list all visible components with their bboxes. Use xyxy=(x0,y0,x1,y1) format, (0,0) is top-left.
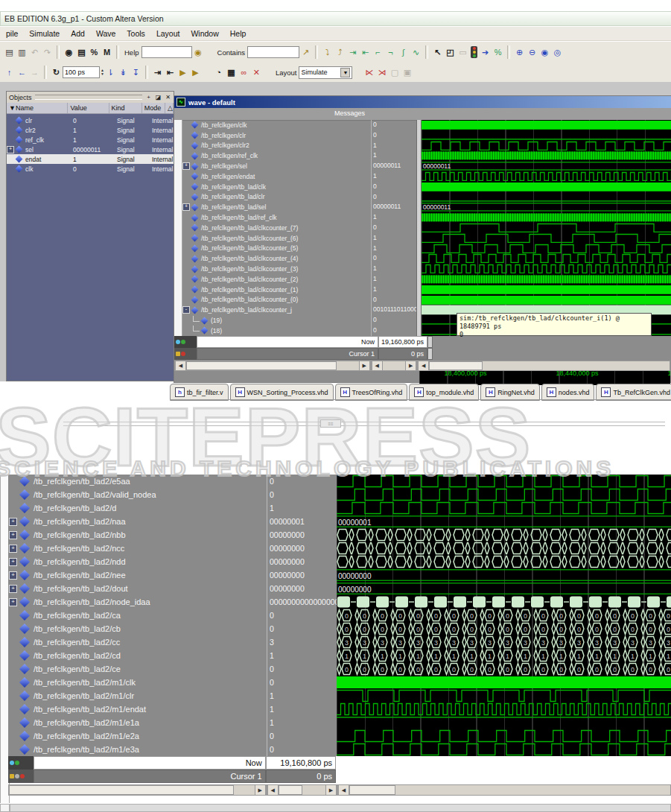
wave-names-vscrollbar[interactable] xyxy=(174,120,182,336)
bottom-cursor-label[interactable]: Cursor 1 xyxy=(34,770,266,783)
undock-icon[interactable]: ◪ xyxy=(155,94,162,101)
tab-ringnet-vhd[interactable]: HRingNet.vhd xyxy=(480,384,540,401)
filter-wand-icon[interactable]: ↗ xyxy=(300,46,311,58)
values-hscrollbar[interactable]: ◀▶ xyxy=(371,361,417,371)
menu-item-layout[interactable]: Layout xyxy=(156,29,180,38)
edge-delete-icon[interactable]: ⇤ xyxy=(360,46,371,58)
redo-icon[interactable]: ↷ xyxy=(42,46,53,58)
wave-signal-row[interactable]: /tb_refclkgen/tb_lad/clkcounter_(2) xyxy=(182,274,371,285)
bottom-waveform-hscrollbar[interactable]: ◀ xyxy=(337,784,671,796)
wave-signal-row[interactable]: +/tb_refclkgen/tb_lad2/dout xyxy=(8,582,267,595)
dock-icon[interactable]: + xyxy=(145,94,152,101)
wave-signal-row[interactable]: /tb_refclkgen/clr xyxy=(182,130,371,141)
find-next-up-icon[interactable]: ↑ xyxy=(4,66,15,78)
undo-icon[interactable]: ↶ xyxy=(29,46,40,58)
tab-wsn-sorting-process-vhd[interactable]: HWSN_Sorting_Process.vhd xyxy=(230,384,334,401)
tab-top-module-vhd[interactable]: Htop_module.vhd xyxy=(409,384,479,401)
profile-icon[interactable]: ∞ xyxy=(238,66,249,78)
zoom-mode-icon[interactable]: ▭ xyxy=(457,46,468,58)
wave-signal-row[interactable]: +/tb_refclkgen/tb_lad2/ndd xyxy=(8,555,267,568)
wave-signal-row[interactable]: /tb_refclkgen/tb_lad/clr xyxy=(182,192,371,203)
bottom-cursor-icons[interactable] xyxy=(8,770,34,783)
wave-signal-row[interactable]: /tb_refclkgen/tb_lad/clkcounter_(4) xyxy=(182,253,371,264)
contains-input[interactable] xyxy=(247,46,299,58)
objects-row[interactable]: ref_clk1SignalInternal xyxy=(7,135,174,145)
bottom-values-hscrollbar[interactable]: ◀▶ xyxy=(267,784,337,796)
objects-column-value[interactable]: Value xyxy=(68,103,109,113)
help-input[interactable] xyxy=(141,46,192,58)
bottom-toolbox-icons[interactable] xyxy=(8,756,34,770)
wave-cut-icon[interactable]: ⤵ xyxy=(322,46,333,58)
column-splitter[interactable] xyxy=(416,120,422,336)
wave-fall-icon[interactable]: ∿ xyxy=(410,46,422,58)
expand-icon[interactable]: + xyxy=(9,571,17,580)
wave-toolbox-icons[interactable] xyxy=(174,336,197,348)
step-icon[interactable]: ⇥ xyxy=(152,66,163,78)
objects-column-headers[interactable]: ▼NameValueKindMode△ xyxy=(7,103,174,114)
bottom-names-hscrollbar[interactable]: ▶ xyxy=(8,784,267,796)
wave-signal-row[interactable]: /tb_refclkgen/tb_lad2/cc xyxy=(8,635,267,649)
splitter-handle[interactable]: ≡≡ xyxy=(320,419,341,428)
wave-signal-row[interactable]: (19) xyxy=(182,315,371,326)
tab-tb-refclkgen-vhd[interactable]: HTb_RefClkGen.vhd xyxy=(596,384,671,401)
close-icon[interactable]: ✕ xyxy=(165,94,171,101)
zoom-range-icon[interactable]: ◎ xyxy=(552,46,563,58)
wave-signal-row[interactable]: /tb_refclkgen/tb_lad/clkcounter_(5) xyxy=(182,244,371,254)
run-next-icon[interactable]: ▶ xyxy=(177,66,188,78)
wave-signal-row[interactable]: /tb_refclkgen/clk xyxy=(182,120,371,130)
objects-row[interactable]: clr0SignalInternal xyxy=(7,115,174,125)
break-percent-icon[interactable]: % xyxy=(492,46,503,58)
wave-window-titlebar[interactable]: ∿ wave - default xyxy=(174,96,671,108)
step-over-icon[interactable]: ⇤ xyxy=(165,66,176,78)
restart-icon[interactable]: ↻ xyxy=(51,66,62,78)
modelsim-icon[interactable]: M xyxy=(101,46,112,58)
menu-item-help[interactable]: Help xyxy=(230,29,247,38)
run-length-spinner[interactable]: ▲▼ xyxy=(101,69,104,76)
wave-signal-row[interactable]: /tb_refclkgen/tb_lad2/d xyxy=(8,501,267,515)
wave-signal-row[interactable]: /tb_refclkgen/endat xyxy=(182,171,371,182)
outer-hscrollbar[interactable] xyxy=(10,804,671,812)
wave-signal-row[interactable]: /tb_refclkgen/tb_lad/clk xyxy=(182,182,371,192)
cursor-label[interactable]: Cursor 1 xyxy=(197,348,378,360)
window-titlebar[interactable]: EB EDITION 6.3g_p1 - Custom Altera Versi… xyxy=(0,11,671,26)
wave-signal-row[interactable]: /tb_refclkgen/tb_lad2/ca xyxy=(8,609,267,622)
select-mode-icon[interactable]: ◰ xyxy=(445,46,456,58)
run-all-icon[interactable]: ↡ xyxy=(118,66,129,78)
expand-icon[interactable]: + xyxy=(7,146,14,153)
compile-icon[interactable]: % xyxy=(89,46,100,58)
tab-tb-fir-filter-v[interactable]: htb_fir_filter.v xyxy=(170,384,229,401)
objects-row[interactable]: endat1SignalInternal xyxy=(7,154,174,164)
menu-item-pile[interactable]: pile xyxy=(6,29,18,38)
continue-run-icon[interactable]: ↧ xyxy=(130,66,141,78)
zoom-full-icon[interactable]: ◉ xyxy=(539,46,550,58)
cut-left-icon[interactable]: ⋉ xyxy=(363,66,375,78)
sim-time-clock-icon[interactable]: ◔ xyxy=(213,66,224,78)
expand-icon[interactable]: + xyxy=(9,598,17,606)
wave-signal-row[interactable]: +/tb_refclkgen/tb_lad2/nbb xyxy=(8,528,267,542)
back-icon[interactable]: ← xyxy=(16,66,28,78)
new-doc-icon[interactable]: ▢ xyxy=(389,66,400,78)
expand-icon[interactable]: + xyxy=(9,531,17,539)
wave-signal-row[interactable]: +/tb_refclkgen/tb_lad/sel xyxy=(182,202,371,212)
forward-icon[interactable]: → xyxy=(29,66,40,78)
zoom-in-icon[interactable]: ⊕ xyxy=(514,46,525,58)
run-break-icon[interactable]: ▶ xyxy=(190,66,201,78)
wave-signal-row[interactable]: /tb_refclkgen/tb_lad2/m1/clk xyxy=(8,676,267,689)
wave-signal-row[interactable]: /tb_refclkgen/tb_lad/clkcounter_(1) xyxy=(182,285,371,295)
wave-signal-row[interactable]: +/tb_refclkgen/tb_lad2/nee xyxy=(8,568,267,582)
expand-icon[interactable]: - xyxy=(182,306,190,314)
waveform-area[interactable]: 0000001100000011 xyxy=(422,120,671,336)
wave-collapse-icon[interactable]: ¬ xyxy=(385,46,396,58)
wave-column-header[interactable]: Messages xyxy=(174,108,671,121)
tab-nodes-vhd[interactable]: Hnodes.vhd xyxy=(541,384,595,401)
menu-item-wave[interactable]: Wave xyxy=(96,29,115,38)
wave-signal-row[interactable]: +/tb_refclkgen/tb_lad2/ncc xyxy=(8,542,267,555)
edge-insert-icon[interactable]: ⇥ xyxy=(347,46,358,58)
expand-icon[interactable]: + xyxy=(182,162,190,170)
wave-rise-icon[interactable]: ∫ xyxy=(398,46,409,58)
copy-doc-icon[interactable]: ▣ xyxy=(401,66,413,78)
chevron-down-icon[interactable]: ▼ xyxy=(340,68,350,77)
menu-item-window[interactable]: Window xyxy=(191,29,218,38)
wave-signal-row[interactable]: /tb_refclkgen/tb_lad2/valid_nodea xyxy=(8,488,267,501)
wave-signal-row[interactable]: +/tb_refclkgen/sel xyxy=(182,161,371,171)
